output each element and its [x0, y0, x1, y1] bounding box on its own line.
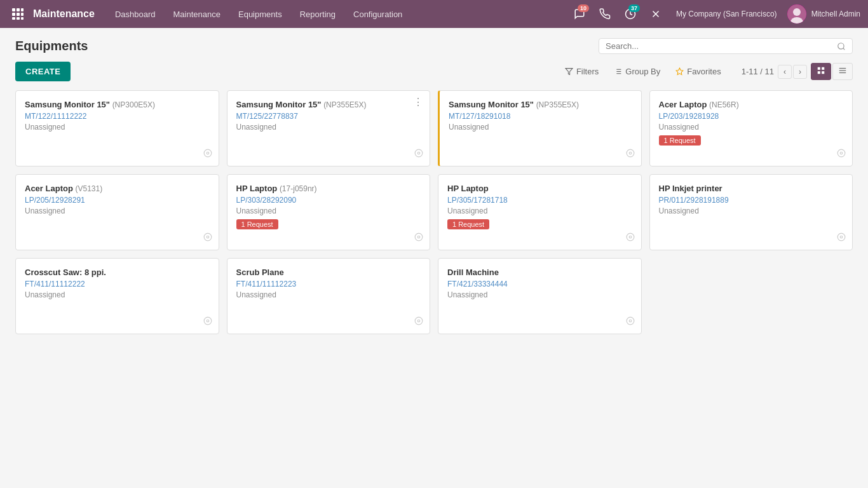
svg-point-47 [840, 236, 843, 238]
request-badge: 1 Request [236, 219, 278, 229]
card-settings-icon[interactable] [414, 316, 423, 327]
equipment-card[interactable]: Samsung Monitor 15" (NP355E5X) MT/127/18… [438, 90, 642, 166]
card-assignee: Unassigned [659, 123, 844, 132]
nav-maintenance[interactable]: Maintenance [166, 6, 228, 23]
svg-point-15 [838, 43, 844, 48]
card-ref: MT/122/11112222 [25, 112, 210, 121]
clock-icon-btn[interactable]: 37 [620, 4, 641, 24]
card-ref: LP/203/19281928 [659, 112, 844, 121]
card-assignee: Unassigned [25, 123, 210, 132]
prev-page-button[interactable]: ‹ [778, 65, 792, 79]
svg-rect-28 [822, 71, 824, 74]
card-settings-icon[interactable] [203, 316, 212, 327]
user-avatar[interactable] [787, 4, 806, 24]
card-assignee: Unassigned [236, 290, 421, 299]
star-icon [675, 67, 684, 76]
list-view-button[interactable] [832, 63, 853, 80]
close-icon-btn[interactable] [646, 4, 666, 24]
card-title: Crosscut Saw: 8 ppi. [25, 268, 210, 277]
card-model: (NP355E5X) [323, 100, 366, 109]
card-settings-icon[interactable] [626, 233, 635, 243]
filter-icon [565, 67, 573, 76]
equipment-card[interactable]: HP Laptop (17-j059nr) LP/303/28292090 Un… [227, 174, 431, 250]
search-icon [837, 42, 846, 51]
equipment-card[interactable]: Samsung Monitor 15" (NP300E5X) MT/122/11… [15, 90, 219, 166]
card-ref: LP/205/12928291 [25, 196, 210, 205]
equipment-card[interactable]: HP Inkjet printer PR/011/2928191889 Unas… [649, 174, 853, 250]
groupby-button[interactable]: Group By [609, 64, 665, 79]
svg-point-38 [837, 149, 845, 157]
svg-point-51 [417, 320, 420, 322]
card-settings-icon[interactable] [414, 233, 423, 243]
pagination-info: 1-11 / 11 [742, 67, 774, 76]
clock-badge: 37 [628, 4, 640, 12]
card-settings-icon[interactable] [837, 149, 846, 159]
svg-point-43 [417, 236, 420, 238]
svg-rect-1 [17, 8, 20, 11]
svg-point-41 [207, 236, 209, 238]
apps-grid-icon[interactable] [8, 4, 28, 24]
card-ref: PR/011/2928191889 [659, 196, 844, 205]
phone-icon-btn[interactable] [595, 4, 615, 24]
equipment-card[interactable]: Drill Machine FT/421/33334444 Unassigned [438, 258, 642, 334]
card-assignee: Unassigned [449, 123, 632, 132]
equipment-card[interactable]: Acer Laptop (V5131) LP/205/12928291 Unas… [15, 174, 219, 250]
card-ref: FT/411/11112223 [236, 280, 421, 288]
card-ref: LP/303/28292090 [236, 196, 421, 205]
create-button[interactable]: CREATE [15, 62, 71, 81]
search-input[interactable] [606, 41, 833, 51]
favorites-button[interactable]: Favorites [670, 64, 726, 79]
svg-point-39 [840, 152, 843, 154]
grid-view-icon [817, 66, 825, 75]
svg-point-34 [415, 149, 423, 157]
svg-point-32 [204, 149, 212, 157]
card-menu-icon[interactable]: ⋮ [413, 97, 423, 107]
card-settings-icon[interactable] [203, 149, 212, 159]
card-model: (V5131) [75, 184, 102, 193]
card-ref: MT/127/18291018 [449, 112, 632, 121]
nav-links: Dashboard Maintenance Equipments Reporti… [107, 6, 569, 23]
card-settings-icon[interactable] [626, 149, 635, 159]
chat-badge: 10 [578, 4, 589, 12]
pagination-buttons: ‹ › [778, 65, 807, 79]
svg-rect-3 [12, 13, 15, 16]
card-title: HP Inkjet printer [659, 184, 844, 193]
username[interactable]: Mitchell Admin [811, 10, 860, 18]
card-model: (NE56R) [709, 100, 739, 109]
card-settings-icon[interactable] [414, 149, 423, 159]
svg-point-52 [627, 317, 634, 325]
svg-line-16 [843, 48, 845, 50]
equipment-card[interactable]: Crosscut Saw: 8 ppi. FT/411/11112222 Una… [15, 258, 219, 334]
nav-equipments[interactable]: Equipments [231, 6, 290, 23]
svg-point-13 [793, 8, 801, 16]
svg-point-45 [629, 236, 632, 238]
groupby-icon [614, 67, 622, 76]
svg-point-35 [417, 152, 420, 154]
chat-icon-btn[interactable]: 10 [569, 4, 590, 24]
nav-dashboard[interactable]: Dashboard [107, 6, 163, 23]
card-settings-icon[interactable] [203, 233, 212, 243]
svg-rect-7 [17, 17, 20, 20]
svg-point-49 [207, 320, 209, 322]
kanban-view-button[interactable] [811, 63, 831, 80]
equipment-card[interactable]: ⋮ Samsung Monitor 15" (NP355E5X) MT/125/… [227, 90, 431, 166]
next-page-button[interactable]: › [793, 65, 807, 79]
equipment-card[interactable]: HP Laptop LP/305/17281718 Unassigned 1 R… [438, 174, 642, 250]
equipment-card[interactable]: Acer Laptop (NE56R) LP/203/19281928 Unas… [649, 90, 853, 166]
card-model: (17-j059nr) [280, 184, 317, 193]
nav-reporting[interactable]: Reporting [292, 6, 343, 23]
svg-point-37 [629, 152, 632, 154]
request-badge: 1 Request [447, 219, 489, 229]
nav-configuration[interactable]: Configuration [346, 6, 410, 23]
top-navigation: Maintenance Dashboard Maintenance Equipm… [0, 0, 868, 28]
card-settings-icon[interactable] [837, 233, 846, 243]
card-settings-icon[interactable] [626, 316, 635, 327]
card-title: Acer Laptop (V5131) [25, 184, 210, 193]
filters-button[interactable]: Filters [560, 64, 604, 79]
page-header: Equipments [15, 38, 853, 54]
card-title: Acer Laptop (NE56R) [659, 100, 844, 109]
equipment-card[interactable]: Scrub Plane FT/411/11112223 Unassigned [227, 258, 431, 334]
card-title: Samsung Monitor 15" (NP355E5X) [236, 100, 421, 109]
card-model: (NP300E5X) [112, 100, 155, 109]
topnav-right: 10 37 My Company (San Francisco) Mitchel… [569, 4, 860, 24]
